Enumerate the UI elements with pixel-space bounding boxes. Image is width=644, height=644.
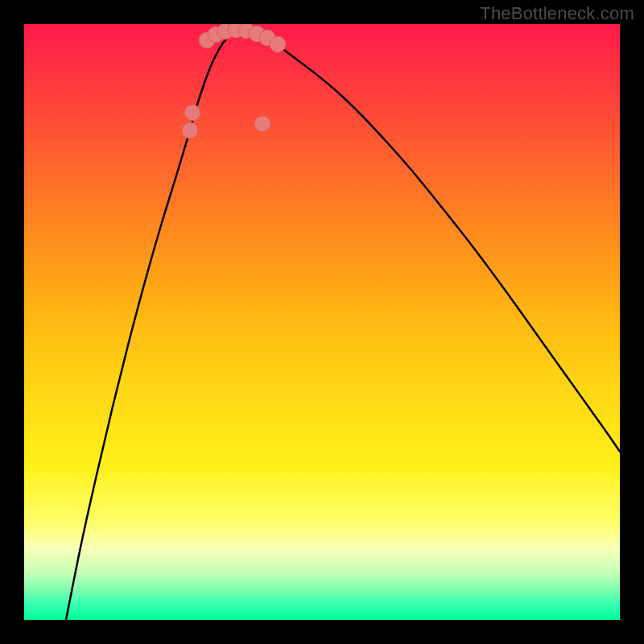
curve-marker (254, 116, 270, 132)
markers-svg (24, 24, 620, 620)
curve-marker (270, 36, 286, 52)
curve-markers-group (182, 24, 286, 138)
curve-marker (184, 105, 200, 121)
curve-marker (182, 122, 198, 138)
watermark-label: TheBottleneck.com (480, 3, 634, 24)
